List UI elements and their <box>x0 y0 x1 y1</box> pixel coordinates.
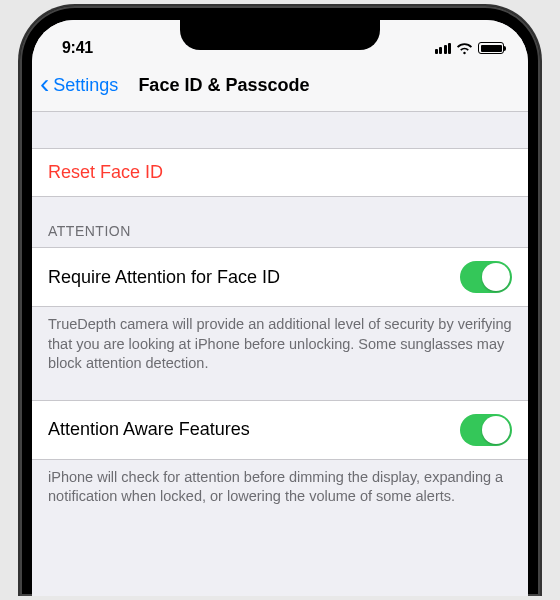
status-indicators <box>435 42 505 55</box>
back-chevron-icon[interactable]: ‹ <box>40 70 49 98</box>
battery-icon <box>478 42 504 54</box>
reset-face-id-label: Reset Face ID <box>48 162 163 183</box>
settings-content[interactable]: Reset Face ID ATTENTION Require Attentio… <box>32 112 528 519</box>
require-attention-footer: TrueDepth camera will provide an additio… <box>32 307 528 386</box>
notch <box>180 20 380 50</box>
cellular-signal-icon <box>435 43 452 54</box>
require-attention-label: Require Attention for Face ID <box>48 267 280 288</box>
wifi-icon <box>456 42 473 55</box>
attention-aware-label: Attention Aware Features <box>48 419 250 440</box>
navigation-bar: ‹ Settings Face ID & Passcode <box>32 64 528 112</box>
section-header-attention: ATTENTION <box>32 197 528 247</box>
status-time: 9:41 <box>62 39 93 57</box>
page-title: Face ID & Passcode <box>138 75 309 96</box>
attention-aware-footer: iPhone will check for attention before d… <box>32 460 528 519</box>
back-button[interactable]: Settings <box>53 75 118 96</box>
require-attention-row: Require Attention for Face ID <box>32 247 528 307</box>
require-attention-toggle[interactable] <box>460 261 512 293</box>
phone-frame: 9:41 ‹ Settings Face ID & Passcode Reset… <box>20 6 540 596</box>
reset-face-id-button[interactable]: Reset Face ID <box>32 148 528 197</box>
attention-aware-toggle[interactable] <box>460 414 512 446</box>
screen: 9:41 ‹ Settings Face ID & Passcode Reset… <box>32 20 528 596</box>
attention-aware-row: Attention Aware Features <box>32 400 528 460</box>
